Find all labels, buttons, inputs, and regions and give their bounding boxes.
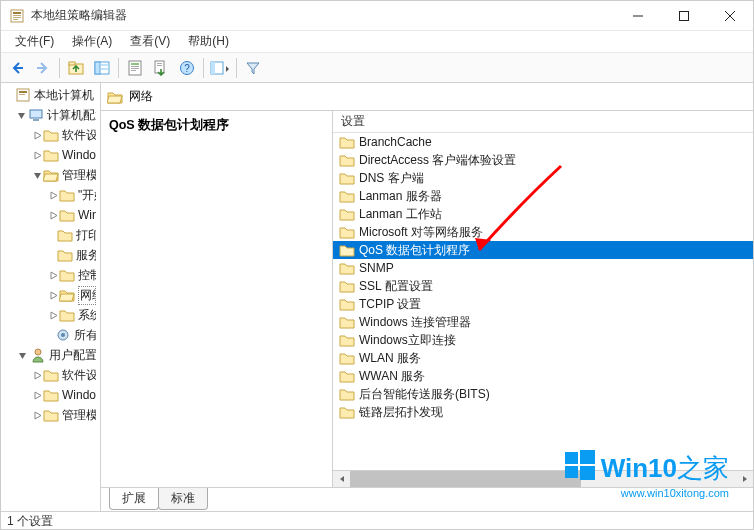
list-item[interactable]: Lanman 服务器 bbox=[333, 187, 753, 205]
tab-standard[interactable]: 标准 bbox=[158, 488, 208, 510]
export-list-button[interactable] bbox=[149, 56, 173, 80]
user-icon bbox=[30, 347, 46, 363]
folder-icon bbox=[339, 332, 355, 348]
properties-button[interactable] bbox=[123, 56, 147, 80]
list-item-label: TCPIP 设置 bbox=[359, 296, 421, 313]
list-item[interactable]: DirectAccess 客户端体验设置 bbox=[333, 151, 753, 169]
list-item[interactable]: TCPIP 设置 bbox=[333, 295, 753, 313]
tree-user-config[interactable]: 用户配置 bbox=[1, 345, 100, 365]
svg-rect-10 bbox=[101, 64, 108, 66]
chevron-right-icon[interactable] bbox=[49, 209, 58, 221]
chevron-right-icon[interactable] bbox=[33, 149, 42, 161]
chevron-right-icon[interactable] bbox=[49, 289, 58, 301]
folder-icon bbox=[339, 404, 355, 420]
tab-extended[interactable]: 扩展 bbox=[109, 488, 159, 510]
chevron-right-icon[interactable] bbox=[49, 269, 58, 281]
list-item[interactable]: 链路层拓扑发现 bbox=[333, 403, 753, 421]
list-item[interactable]: BranchCache bbox=[333, 133, 753, 151]
folder-icon bbox=[57, 227, 73, 243]
list-item[interactable]: WLAN 服务 bbox=[333, 349, 753, 367]
tree-server[interactable]: 服务器 bbox=[1, 245, 100, 265]
close-button[interactable] bbox=[707, 1, 753, 30]
tree-cc-admin-templates[interactable]: 管理模板 bbox=[1, 165, 100, 185]
folder-icon bbox=[339, 170, 355, 186]
details-heading: QoS 数据包计划程序 bbox=[109, 117, 324, 134]
tree-windows-components[interactable]: Windows 组 bbox=[1, 205, 100, 225]
folder-open-icon bbox=[59, 287, 75, 303]
folder-icon bbox=[339, 350, 355, 366]
list-item-label: 后台智能传送服务(BITS) bbox=[359, 386, 490, 403]
folder-icon bbox=[339, 206, 355, 222]
folder-icon bbox=[43, 387, 59, 403]
scroll-right-icon[interactable] bbox=[736, 471, 753, 487]
list-item-label: Windows立即连接 bbox=[359, 332, 456, 349]
svg-rect-11 bbox=[101, 68, 108, 70]
column-header-settings[interactable]: 设置 bbox=[333, 111, 753, 133]
horizontal-scrollbar[interactable] bbox=[333, 470, 753, 487]
chevron-right-icon[interactable] bbox=[33, 409, 42, 421]
list-item[interactable]: 后台智能传送服务(BITS) bbox=[333, 385, 753, 403]
back-button[interactable] bbox=[5, 56, 29, 80]
menu-file[interactable]: 文件(F) bbox=[7, 31, 62, 52]
folder-open-icon bbox=[107, 89, 123, 105]
list-item[interactable]: SSL 配置设置 bbox=[333, 277, 753, 295]
tree-all-settings[interactable]: 所有设置 bbox=[1, 325, 100, 345]
list-item[interactable]: SNMP bbox=[333, 259, 753, 277]
list-item-label: WLAN 服务 bbox=[359, 350, 421, 367]
chevron-right-icon[interactable] bbox=[49, 309, 58, 321]
view-mode-button[interactable] bbox=[208, 56, 232, 80]
tree-cc-software[interactable]: 软件设置 bbox=[1, 125, 100, 145]
filter-button[interactable] bbox=[241, 56, 265, 80]
list-item[interactable]: Microsoft 对等网络服务 bbox=[333, 223, 753, 241]
tree-system[interactable]: 系统 bbox=[1, 305, 100, 325]
chevron-down-icon[interactable] bbox=[17, 349, 29, 361]
toolbar: ? bbox=[1, 53, 753, 83]
list-item[interactable]: Windows 连接管理器 bbox=[333, 313, 753, 331]
chevron-right-icon[interactable] bbox=[33, 389, 42, 401]
up-button[interactable] bbox=[64, 56, 88, 80]
folder-icon bbox=[339, 386, 355, 402]
maximize-button[interactable] bbox=[661, 1, 707, 30]
forward-button[interactable] bbox=[31, 56, 55, 80]
list-item[interactable]: QoS 数据包计划程序 bbox=[333, 241, 753, 259]
minimize-button[interactable] bbox=[615, 1, 661, 30]
tree-start-menu[interactable]: "开始"菜单和 bbox=[1, 185, 100, 205]
tree-pane[interactable]: 本地计算机 策略 计算机配置 软件设置 Windows 设置 管理模板 bbox=[1, 83, 101, 511]
settings-list[interactable]: BranchCacheDirectAccess 客户端体验设置DNS 客户端La… bbox=[333, 133, 753, 470]
tree-computer-config[interactable]: 计算机配置 bbox=[1, 105, 100, 125]
svg-rect-25 bbox=[19, 91, 27, 93]
tree-uc-windows[interactable]: Windows 设置 bbox=[1, 385, 100, 405]
tree-control-panel[interactable]: 控制面板 bbox=[1, 265, 100, 285]
tree-uc-admin-templates[interactable]: 管理模板 bbox=[1, 405, 100, 425]
list-item[interactable]: DNS 客户端 bbox=[333, 169, 753, 187]
svg-rect-9 bbox=[95, 62, 100, 74]
window-title: 本地组策略编辑器 bbox=[31, 7, 615, 24]
list-item-label: Windows 连接管理器 bbox=[359, 314, 471, 331]
list-item[interactable]: Windows立即连接 bbox=[333, 331, 753, 349]
help-button[interactable]: ? bbox=[175, 56, 199, 80]
list-item-label: SNMP bbox=[359, 261, 394, 275]
chevron-right-icon[interactable] bbox=[33, 369, 42, 381]
folder-icon bbox=[57, 247, 73, 263]
chevron-right-icon[interactable] bbox=[49, 189, 58, 201]
menu-help[interactable]: 帮助(H) bbox=[180, 31, 237, 52]
tree-root[interactable]: 本地计算机 策略 bbox=[1, 85, 100, 105]
chevron-right-icon[interactable] bbox=[33, 129, 42, 141]
list-item-label: Lanman 工作站 bbox=[359, 206, 442, 223]
status-bar: 1 个设置 bbox=[1, 511, 753, 530]
svg-rect-15 bbox=[131, 68, 139, 69]
tree-cc-windows[interactable]: Windows 设置 bbox=[1, 145, 100, 165]
folder-icon bbox=[339, 224, 355, 240]
show-hide-tree-button[interactable] bbox=[90, 56, 114, 80]
chevron-down-icon[interactable] bbox=[33, 169, 42, 181]
tree-network[interactable]: 网络 bbox=[1, 285, 100, 305]
chevron-down-icon[interactable] bbox=[17, 109, 27, 121]
menu-view[interactable]: 查看(V) bbox=[122, 31, 178, 52]
svg-rect-5 bbox=[680, 11, 689, 20]
list-item[interactable]: WWAN 服务 bbox=[333, 367, 753, 385]
tree-printers[interactable]: 打印机 bbox=[1, 225, 100, 245]
list-item[interactable]: Lanman 工作站 bbox=[333, 205, 753, 223]
scroll-left-icon[interactable] bbox=[333, 471, 350, 487]
menu-action[interactable]: 操作(A) bbox=[64, 31, 120, 52]
tree-uc-software[interactable]: 软件设置 bbox=[1, 365, 100, 385]
